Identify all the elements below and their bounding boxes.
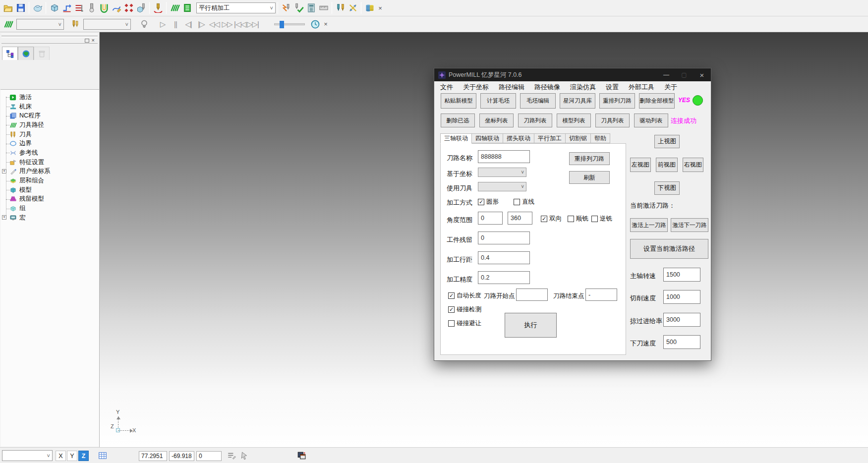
calculator-icon[interactable] xyxy=(305,2,317,14)
menu-file[interactable]: 文件 xyxy=(435,82,458,92)
tab-saw[interactable]: 切割锯 xyxy=(566,133,591,143)
rapid-move-icon[interactable] xyxy=(60,2,73,14)
tool-library-button[interactable]: 星河刀具库 xyxy=(560,93,595,109)
fast-forward-icon[interactable]: ▷▷ xyxy=(221,20,233,29)
tool-icon[interactable] xyxy=(69,18,81,30)
strategy-selector-icon[interactable] xyxy=(280,2,292,14)
ruler-icon[interactable] xyxy=(317,2,330,14)
tree-item-model[interactable]: 模型 xyxy=(0,185,99,195)
plunge-feed-input[interactable] xyxy=(663,335,700,349)
set-active-path-button[interactable]: 设置当前激活路径 xyxy=(630,239,708,259)
panel-grip[interactable] xyxy=(1,34,98,36)
tree-item-stock-model[interactable]: 残留模型 xyxy=(0,195,99,204)
angle-to-input[interactable] xyxy=(508,212,532,225)
panel-float-icon[interactable] xyxy=(85,39,89,43)
toolpath-list-icon[interactable] xyxy=(181,2,193,14)
view-bottom-button[interactable]: 下视图 xyxy=(654,181,680,195)
tree-item-levels[interactable]: 层和组合 xyxy=(0,176,99,185)
execute-button[interactable]: 执行 xyxy=(505,313,557,338)
simulate-tool-icon[interactable] xyxy=(152,2,164,14)
tool-list-button[interactable]: 刀具列表 xyxy=(595,114,630,127)
go-end-icon[interactable]: ▷▷| xyxy=(246,20,259,29)
lamp-icon[interactable] xyxy=(138,18,150,30)
refresh-button[interactable]: 刷新 xyxy=(569,171,610,184)
toolpath-name-input[interactable] xyxy=(478,150,530,163)
drive-list-button[interactable]: 驱动列表 xyxy=(634,114,668,127)
delete-all-models-button[interactable]: 删除全部模型 xyxy=(639,93,675,109)
strategy-combo[interactable]: 平行精加工 ˅ xyxy=(196,2,276,13)
bidirectional-checkbox[interactable]: ✓双向 xyxy=(541,215,562,223)
speed-slider[interactable] xyxy=(274,23,305,25)
collision-avoid-checkbox[interactable]: 碰撞避让 xyxy=(448,319,481,328)
angle-from-input[interactable] xyxy=(478,212,503,225)
tree-item-group[interactable]: 组 xyxy=(0,204,99,213)
expand-icon[interactable]: + xyxy=(2,169,6,174)
calc-block-button[interactable]: 计算毛坯 xyxy=(480,93,516,109)
menu-coords[interactable]: 关于坐标 xyxy=(458,82,494,92)
climb-mill-checkbox[interactable]: 顺铣 xyxy=(568,215,588,223)
save-icon[interactable] xyxy=(14,2,27,14)
play-icon[interactable]: ▷ xyxy=(156,20,169,29)
activate-prev-toolpath-button[interactable]: 激活上一刀路 xyxy=(630,218,668,232)
points-icon[interactable] xyxy=(122,2,135,14)
step-back-icon[interactable]: ◁| xyxy=(182,20,195,29)
collision-check-checkbox[interactable]: ✓碰撞检测 xyxy=(448,305,481,314)
windows-layout-icon[interactable] xyxy=(296,450,307,461)
menu-settings[interactable]: 设置 xyxy=(601,82,624,92)
tree-item-tool[interactable]: 刀具 xyxy=(0,130,99,139)
tab-explorer-tree[interactable] xyxy=(2,47,18,60)
grid-icon[interactable] xyxy=(97,450,108,461)
curve-editor-icon[interactable] xyxy=(110,2,122,14)
cursor-x-input[interactable] xyxy=(139,451,167,461)
menu-render-sim[interactable]: 渲染仿真 xyxy=(565,82,601,92)
tree-item-workplane[interactable]: +用户坐标系 xyxy=(0,167,99,176)
menu-path-edit[interactable]: 路径编辑 xyxy=(494,82,529,92)
conventional-mill-checkbox[interactable]: 逆铣 xyxy=(591,215,612,223)
auto-length-checkbox[interactable]: ✓自动长度 xyxy=(448,291,481,300)
compare-models-icon[interactable] xyxy=(363,2,376,14)
tree-item-feature-set[interactable]: 特征设置 xyxy=(0,158,99,167)
block-tool-icon[interactable] xyxy=(135,2,147,14)
main-toolbar-close-icon[interactable]: × xyxy=(376,4,385,12)
tab-3axis[interactable]: 三轴联动 xyxy=(440,133,472,144)
activate-next-toolpath-button[interactable]: 激活下一刀路 xyxy=(671,218,708,232)
coord-list-button[interactable]: 坐标列表 xyxy=(479,114,514,127)
view-left-button[interactable]: 左视图 xyxy=(630,158,651,172)
tree-item-machine[interactable]: 机床 xyxy=(0,102,99,112)
paste-new-model-button[interactable]: 粘贴新模型 xyxy=(441,93,476,109)
coord-base-combo[interactable]: ˅ xyxy=(478,168,526,177)
tool-holder-icon[interactable] xyxy=(85,2,98,14)
tab-4axis[interactable]: 四轴联动 xyxy=(472,133,503,143)
rewind-icon[interactable]: ◁◁ xyxy=(208,20,221,29)
axis-x-button[interactable]: X xyxy=(56,451,66,461)
tree-item-macro[interactable]: +宏 xyxy=(0,213,99,223)
stock-remain-input[interactable] xyxy=(478,232,530,244)
line-mode-checkbox[interactable]: 直线 xyxy=(514,198,534,206)
expand-icon[interactable]: + xyxy=(2,215,6,220)
sim-toolpath-combo[interactable]: ˅ xyxy=(16,19,64,30)
go-start-icon[interactable]: |◁◁ xyxy=(233,20,246,29)
clock-icon[interactable] xyxy=(309,18,321,30)
tolerance-input[interactable] xyxy=(478,271,530,284)
tab-head-tilt[interactable]: 摆头联动 xyxy=(503,133,534,143)
tree-item-nc-program[interactable]: NC程序 xyxy=(0,111,99,120)
verify-toolpath-icon[interactable] xyxy=(292,2,305,14)
maximize-icon[interactable]: ▢ xyxy=(675,68,693,81)
minimize-icon[interactable]: — xyxy=(657,68,675,81)
model-list-button[interactable]: 模型列表 xyxy=(557,114,591,127)
stepover-input[interactable] xyxy=(478,251,530,264)
close-icon[interactable]: × xyxy=(693,68,711,81)
toolpath-icon[interactable] xyxy=(169,2,181,14)
simulation-toolbar-close-icon[interactable]: × xyxy=(321,20,330,28)
end-point-input[interactable] xyxy=(585,289,617,301)
panel-close-icon[interactable]: × xyxy=(92,38,95,43)
list-edit-icon[interactable] xyxy=(226,450,237,461)
view-right-button[interactable]: 右视图 xyxy=(683,158,703,172)
tree-item-toolpath[interactable]: 刀具路径 xyxy=(0,120,99,130)
tab-globe[interactable] xyxy=(18,47,34,60)
tab-help[interactable]: 帮助 xyxy=(591,133,610,143)
transform-icon[interactable] xyxy=(347,2,359,14)
view-front-button[interactable]: 前视图 xyxy=(656,158,678,172)
pointer-snap-icon[interactable] xyxy=(239,450,250,461)
toolpath-list-button[interactable]: 刀路列表 xyxy=(518,114,552,127)
